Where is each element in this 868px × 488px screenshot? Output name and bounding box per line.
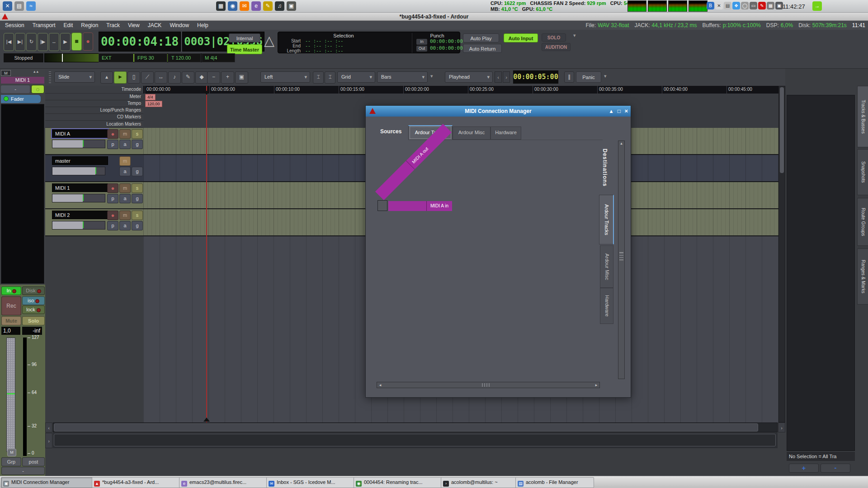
midi-keyboard-icon[interactable]: ♫ <box>275 1 284 11</box>
window-titlebar[interactable]: *bug4454-a3-fixed - Ardour <box>0 13 868 21</box>
sources-tab-ardour-misc[interactable]: Ardour Misc <box>453 127 491 140</box>
screenshot-icon[interactable]: ✎ <box>758 2 766 9</box>
add-track-button[interactable]: + <box>789 464 819 473</box>
taskbar-item[interactable]: eemacs23@multilus.firec... <box>179 477 268 488</box>
nudge-back-button[interactable]: ‹ <box>495 71 502 83</box>
logout-icon[interactable]: → <box>812 1 822 11</box>
group-button[interactable]: Grp <box>1 457 21 466</box>
taskbar-item[interactable]: ▤acolomb - File Manager <box>515 477 594 488</box>
menu-transport[interactable]: Transport <box>28 21 60 30</box>
smart-mode-tool[interactable]: ▴ <box>100 71 113 84</box>
clipboard-icon[interactable]: ▤ <box>724 2 731 9</box>
track-header-midi-1[interactable]: MIDI 1●mspag <box>45 182 143 209</box>
loop-button[interactable]: ↻ <box>26 33 37 51</box>
go-start-button[interactable]: |◀ <box>4 33 14 51</box>
terminal-icon[interactable]: ▦ <box>216 1 226 11</box>
scroll-right-button[interactable]: › <box>778 422 785 432</box>
destinations-tab-hardware[interactable]: Hardware <box>600 288 613 324</box>
meter-ruler[interactable] <box>143 94 778 101</box>
editor-vscrollbar[interactable] <box>778 86 785 422</box>
play-selection-button[interactable]: |▶ <box>38 33 48 51</box>
solo-button[interactable]: Solo <box>22 316 45 325</box>
nudge-forward-button[interactable]: › <box>503 71 510 83</box>
processor-box[interactable] <box>1 104 44 284</box>
menu-edit[interactable]: Edit <box>60 21 77 30</box>
menu-jack[interactable]: JACK <box>144 21 166 30</box>
menu-view[interactable]: View <box>124 21 144 30</box>
taskbar-item[interactable]: ›acolomb@multilus: ~ <box>441 477 517 488</box>
clock-chip[interactable]: EXT <box>99 53 133 62</box>
display-settings-icon[interactable]: ▣ <box>775 2 783 9</box>
track-header-midi-2[interactable]: MIDI 2●mspag <box>45 209 143 236</box>
menu-window[interactable]: Window <box>165 21 193 30</box>
taskbar-item[interactable]: ▣MIDI Connection Manager <box>1 477 93 488</box>
punch-clock[interactable]: 00:00:00:00 <box>430 45 463 51</box>
track-fader-strip[interactable] <box>52 221 105 230</box>
ruler-label-timecode[interactable]: Timecode <box>45 86 143 94</box>
timecode-ruler[interactable]: 00:00:00:0000:00:05:0000:00:10:0000:00:1… <box>143 86 778 94</box>
ruler-label-loop-punch-ranges[interactable]: Loop/Punch Ranges <box>45 107 143 114</box>
metering-point-button[interactable]: post <box>22 457 45 466</box>
dock-icon[interactable]: ▤ <box>14 1 24 11</box>
auto-return-button[interactable]: ↔ <box>49 33 59 51</box>
toolbar-expand-icon[interactable]: ▾ <box>573 33 576 38</box>
draw-tool[interactable]: ✎ <box>182 71 194 84</box>
ruler-label-cd-markers[interactable]: CD Markers <box>45 114 143 121</box>
hscroll-grip[interactable] <box>482 383 490 387</box>
punch-clock[interactable]: 00:00:00:00 <box>430 38 463 44</box>
audition-tool[interactable]: ♪ <box>168 71 181 84</box>
solo-isolate-button[interactable]: iso <box>22 296 45 305</box>
trim-knob-icon[interactable]: ◌ <box>31 85 44 94</box>
panel-clock[interactable]: 11:42:27 <box>783 3 805 10</box>
summary-pane[interactable] <box>53 433 778 448</box>
computer-icon[interactable]: ▦ <box>767 2 774 9</box>
taskbar-item[interactable]: ✉Inbox - SGS - Icedove M... <box>266 477 355 488</box>
edit-point-icon[interactable]: ⌶ <box>313 71 324 84</box>
selection-row-value[interactable]: -- :-- :-- :-- <box>305 48 343 53</box>
m-button[interactable]: m <box>119 129 131 139</box>
display-icon[interactable]: ▣ <box>287 1 296 11</box>
record-enable-button[interactable]: ● <box>107 183 118 193</box>
peak-display[interactable]: -inf <box>22 327 42 335</box>
window-manager-icon[interactable]: ✕ <box>3 1 12 11</box>
strip-mode-icon[interactable]: M <box>1 70 11 76</box>
jack-control-icon[interactable]: ✕ <box>715 2 723 9</box>
g-button[interactable]: g <box>132 167 143 176</box>
toolbar-grip[interactable] <box>49 71 51 83</box>
track-fader-strip[interactable] <box>52 167 105 175</box>
gain-fader[interactable] <box>6 338 15 452</box>
a-button[interactable]: a <box>119 167 131 176</box>
play-button[interactable]: ▶ <box>60 33 71 51</box>
punch-out-button[interactable]: Out <box>416 46 427 52</box>
scroll-right-icon[interactable]: ▸ <box>594 382 599 388</box>
punch-in-button[interactable]: In <box>416 39 427 45</box>
p-button[interactable]: p <box>107 194 118 203</box>
selection-row-value[interactable]: -- :-- :-- :-- <box>305 38 343 43</box>
dialog-vscrollbar[interactable]: ▴ <box>618 141 625 379</box>
s-button[interactable]: s <box>132 183 143 193</box>
ruler-label-tempo[interactable]: Tempo <box>45 100 143 107</box>
track-fader-strip[interactable] <box>52 194 105 202</box>
menu-region[interactable]: Region <box>77 21 102 30</box>
summary-scroll-button[interactable]: › <box>45 433 52 448</box>
panic-button[interactable]: Panic <box>576 71 601 83</box>
m-button[interactable]: m <box>119 156 131 166</box>
vscroll-grip[interactable] <box>619 252 623 260</box>
record-enable-button[interactable]: ● <box>107 211 118 220</box>
selection-row-value[interactable]: -- :-- :-- :-- <box>305 43 343 48</box>
s-button[interactable]: s <box>132 129 143 139</box>
clock-chip[interactable]: T 120.00 <box>168 53 201 62</box>
playhead-top-marker[interactable] <box>203 91 210 95</box>
track-name-field[interactable]: MIDI 1 <box>52 183 108 192</box>
record-enable-button[interactable]: Rec <box>1 296 21 315</box>
destinations-tab-ardour-tracks[interactable]: Ardour Tracks <box>599 195 614 244</box>
clock-chip[interactable]: FPS 30 <box>134 53 167 62</box>
time-master-button[interactable]: Time Master <box>227 44 262 54</box>
sync-icon[interactable]: ❖ <box>732 2 740 9</box>
network-signal-icon[interactable]: ≈ <box>26 1 36 11</box>
a-button[interactable]: a <box>119 140 131 149</box>
track-fader-strip[interactable] <box>52 140 105 148</box>
strip-track-name[interactable]: MIDI 1 <box>1 77 44 84</box>
edit-point-clock[interactable]: 00:00:05:00 <box>513 70 559 84</box>
zoom-in-icon[interactable]: + <box>221 71 234 84</box>
